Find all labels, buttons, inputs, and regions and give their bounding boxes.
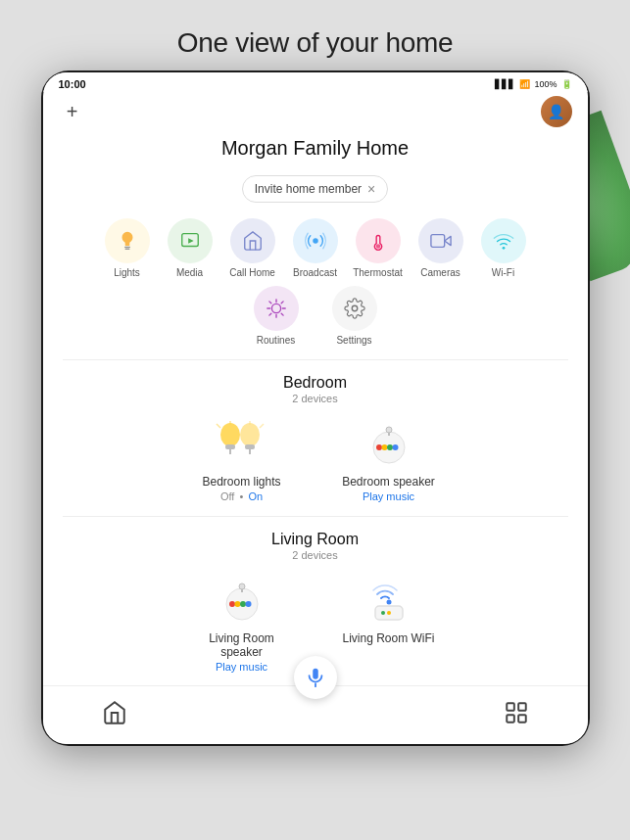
svg-point-41 bbox=[239, 583, 245, 589]
category-media[interactable]: Media bbox=[163, 218, 218, 278]
categories-row: Lights Media bbox=[43, 218, 588, 278]
divider-2 bbox=[63, 516, 568, 517]
room-bedroom: Bedroom 2 devices bbox=[43, 374, 588, 502]
svg-line-26 bbox=[260, 424, 264, 428]
callhome-circle bbox=[230, 218, 275, 263]
cameras-circle bbox=[418, 218, 463, 263]
category-cameras[interactable]: Cameras bbox=[413, 218, 468, 278]
lights-label: Lights bbox=[114, 267, 140, 278]
lights-circle bbox=[105, 218, 150, 263]
bedroom-lights-name: Bedroom lights bbox=[202, 475, 280, 489]
mic-fab[interactable] bbox=[294, 656, 337, 699]
living-room-speaker-name: Living Room speaker bbox=[188, 631, 296, 659]
svg-point-38 bbox=[240, 601, 246, 607]
callhome-label: Call Home bbox=[229, 267, 275, 278]
routines-label: Routines bbox=[257, 335, 295, 346]
top-bar: + 👤 bbox=[43, 92, 588, 131]
broadcast-label: Broadcast bbox=[293, 267, 337, 278]
media-label: Media bbox=[176, 267, 203, 278]
wifi-label: Wi-Fi bbox=[492, 267, 514, 278]
home-name: Morgan Family Home bbox=[43, 137, 588, 160]
bedroom-devices: Bedroom lights Off • On bbox=[63, 418, 568, 502]
living-room-wifi-item[interactable]: Living Room WiFi bbox=[335, 575, 443, 673]
invite-chip[interactable]: Invite home member × bbox=[242, 175, 389, 203]
svg-point-29 bbox=[376, 444, 382, 450]
media-circle bbox=[168, 218, 213, 263]
svg-point-18 bbox=[220, 423, 240, 446]
category-broadcast[interactable]: Broadcast bbox=[288, 218, 343, 278]
broadcast-circle bbox=[293, 218, 338, 263]
svg-rect-46 bbox=[507, 703, 514, 711]
svg-point-17 bbox=[352, 305, 358, 311]
battery-label: 100% bbox=[534, 79, 557, 89]
category-wifi[interactable]: Wi-Fi bbox=[476, 218, 531, 278]
svg-line-15 bbox=[281, 302, 283, 303]
bedroom-title: Bedroom bbox=[63, 374, 568, 392]
svg-point-8 bbox=[271, 303, 280, 312]
status-icons: ▋▋▋ 📶 100% 🔋 bbox=[495, 79, 571, 89]
category-thermostat[interactable]: Thermostat bbox=[351, 218, 406, 278]
bedroom-speaker-action[interactable]: Play music bbox=[363, 490, 414, 502]
living-room-device-count: 2 devices bbox=[63, 549, 568, 561]
battery-icon: 🔋 bbox=[561, 79, 572, 89]
bedroom-device-count: 2 devices bbox=[63, 393, 568, 404]
page-headline: One view of your home bbox=[177, 27, 454, 59]
svg-point-31 bbox=[387, 444, 393, 450]
bedroom-lights-item[interactable]: Bedroom lights Off • On bbox=[188, 418, 296, 502]
svg-point-32 bbox=[392, 444, 398, 450]
category-callhome[interactable]: Call Home bbox=[225, 218, 280, 278]
bedroom-speaker-icon bbox=[358, 418, 420, 471]
svg-line-14 bbox=[281, 313, 283, 315]
page-background: One view of your home 10:00 ▋▋▋ 📶 100% 🔋… bbox=[0, 0, 630, 840]
svg-point-37 bbox=[234, 601, 240, 607]
bedroom-speaker-item[interactable]: Bedroom speaker Play music bbox=[335, 418, 443, 502]
svg-point-7 bbox=[502, 247, 505, 250]
svg-marker-3 bbox=[188, 238, 194, 244]
svg-point-45 bbox=[386, 600, 391, 605]
living-room-wifi-icon bbox=[358, 575, 420, 628]
media-nav-icon[interactable] bbox=[504, 700, 529, 731]
status-bar: 10:00 ▋▋▋ 📶 100% 🔋 bbox=[43, 72, 588, 92]
divider-1 bbox=[63, 359, 568, 360]
svg-point-21 bbox=[240, 423, 260, 446]
status-time: 10:00 bbox=[59, 78, 86, 90]
avatar[interactable]: 👤 bbox=[541, 96, 572, 127]
living-room-wifi-name: Living Room WiFi bbox=[342, 631, 434, 645]
tablet-frame: 10:00 ▋▋▋ 📶 100% 🔋 + 👤 Morgan Family Hom… bbox=[41, 70, 590, 746]
svg-line-16 bbox=[268, 313, 270, 315]
svg-rect-19 bbox=[225, 444, 235, 449]
svg-point-36 bbox=[229, 601, 235, 607]
content-area[interactable]: Morgan Family Home Invite home member × bbox=[43, 131, 588, 744]
tablet-screen: 10:00 ▋▋▋ 📶 100% 🔋 + 👤 Morgan Family Hom… bbox=[43, 72, 588, 744]
living-room-speaker-action[interactable]: Play music bbox=[216, 661, 267, 673]
invite-chip-label: Invite home member bbox=[255, 182, 362, 196]
wifi-status-icon: 📶 bbox=[519, 79, 530, 89]
settings-label: Settings bbox=[336, 335, 371, 346]
svg-rect-22 bbox=[245, 444, 255, 449]
category-lights[interactable]: Lights bbox=[100, 218, 155, 278]
room-living-room: Living Room 2 devices bbox=[43, 531, 588, 673]
svg-rect-6 bbox=[430, 235, 444, 248]
category-routines[interactable]: Routines bbox=[249, 286, 304, 346]
signal-icon: ▋▋▋ bbox=[495, 79, 515, 89]
thermostat-circle bbox=[356, 218, 401, 263]
living-room-speaker-item[interactable]: Living Room speaker Play music bbox=[188, 575, 296, 673]
svg-point-39 bbox=[245, 601, 251, 607]
svg-point-43 bbox=[381, 611, 385, 615]
svg-line-13 bbox=[268, 302, 270, 303]
svg-rect-50 bbox=[313, 669, 318, 679]
svg-point-4 bbox=[313, 238, 318, 244]
living-room-title: Living Room bbox=[63, 531, 568, 548]
svg-rect-48 bbox=[507, 715, 514, 723]
thermostat-label: Thermostat bbox=[353, 267, 403, 278]
home-nav-icon[interactable] bbox=[102, 700, 127, 731]
invite-chip-close[interactable]: × bbox=[367, 181, 375, 197]
categories-row-2: Routines Settings bbox=[43, 286, 588, 346]
routines-circle bbox=[254, 286, 299, 331]
living-room-speaker-icon bbox=[211, 575, 273, 628]
svg-rect-49 bbox=[518, 715, 526, 723]
svg-point-44 bbox=[387, 611, 391, 615]
add-button[interactable]: + bbox=[59, 98, 86, 125]
settings-circle bbox=[332, 286, 377, 331]
category-settings[interactable]: Settings bbox=[327, 286, 382, 346]
